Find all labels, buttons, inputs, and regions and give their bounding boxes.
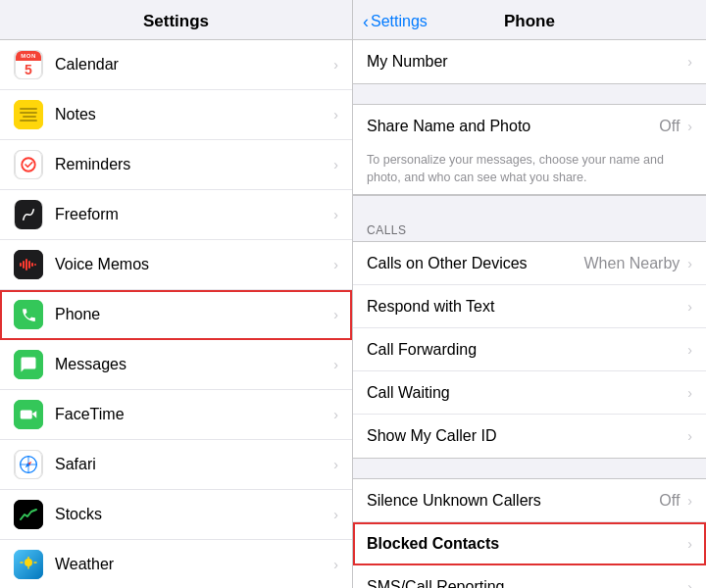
voicememos-icon [14,250,43,279]
sidebar-item-label: Phone [55,306,329,323]
svg-rect-7 [21,411,32,419]
facetime-icon [14,400,43,429]
sidebar-item-label: Reminders [55,156,329,173]
bottom-item-value: Off [659,492,680,510]
share-name-label: Share Name and Photo [367,118,659,135]
my-number-label: My Number [367,53,683,71]
sidebar-item-label: Weather [55,556,329,573]
sidebar-item-label: Messages [55,356,329,373]
chevron-right-icon: › [333,207,338,222]
calls-item-label: Calls on Other Devices [367,255,584,272]
right-panel-header: ‹ Settings Phone [353,0,706,40]
settings-list: MON 5 Calendar › Notes › Remind [0,40,352,588]
right-item-call-waiting[interactable]: Call Waiting › [353,371,706,415]
sidebar-item-calendar[interactable]: MON 5 Calendar › [0,40,352,90]
calls-item-label: Respond with Text [367,298,683,316]
bottom-item-label: SMS/Call Reporting [367,578,683,588]
right-item-blocked-contacts[interactable]: Blocked Contacts › [353,522,706,565]
calendar-icon: MON 5 [14,50,43,79]
left-panel-title: Settings [143,12,209,30]
chevron-right-icon: › [333,357,338,372]
chevron-right-icon: › [687,428,692,444]
svg-rect-4 [28,261,30,269]
right-item-call-forwarding[interactable]: Call Forwarding › [353,328,706,371]
chevron-right-icon: › [333,507,338,522]
app-container: Settings MON 5 Calendar › Notes › [0,0,706,588]
right-item-show-caller-id[interactable]: Show My Caller ID › [353,415,706,458]
sidebar-item-weather[interactable]: Weather › [0,540,352,588]
freeform-icon [14,200,43,229]
sidebar-item-label: Freeform [55,206,329,223]
chevron-right-icon: › [687,579,692,588]
notes-icon [14,100,43,129]
back-label: Settings [371,13,428,30]
right-item-share-name[interactable]: Share Name and Photo Off › [353,105,706,148]
sidebar-item-label: Voice Memos [55,256,329,273]
right-content: My Number › Share Name and Photo Off › T… [353,40,706,588]
sidebar-item-freeform[interactable]: Freeform › [0,190,352,240]
messages-icon [14,350,43,379]
calls-section-label: CALLS [353,216,706,241]
calls-item-label: Call Forwarding [367,341,683,359]
sidebar-item-label: Calendar [55,56,329,74]
right-panel-title: Phone [504,12,555,31]
stocks-icon [14,500,43,529]
reminders-icon [14,150,43,179]
chevron-right-icon: › [333,57,338,73]
bottom-item-label: Silence Unknown Callers [367,492,659,510]
chevron-right-icon: › [333,407,338,422]
right-item-silence-unknown[interactable]: Silence Unknown Callers Off › [353,479,706,522]
chevron-right-icon: › [687,119,692,134]
sidebar-item-reminders[interactable]: Reminders › [0,140,352,190]
svg-rect-3 [25,259,27,270]
back-button[interactable]: ‹ Settings [363,12,428,32]
right-item-calls-other-devices[interactable]: Calls on Other Devices When Nearby › [353,242,706,285]
sidebar-item-voice-memos[interactable]: Voice Memos › [0,240,352,290]
right-item-respond-with-text[interactable]: Respond with Text › [353,285,706,328]
chevron-right-icon: › [333,157,338,172]
sidebar-item-label: Safari [55,456,329,473]
chevron-right-icon: › [687,342,692,358]
chevron-right-icon: › [687,385,692,401]
bottom-item-label: Blocked Contacts [367,535,683,553]
svg-point-0 [22,158,35,172]
svg-rect-2 [23,261,25,269]
sidebar-item-label: Notes [55,106,329,123]
svg-rect-5 [31,263,33,267]
chevron-right-icon: › [333,257,338,272]
chevron-right-icon: › [687,54,692,70]
back-chevron-icon: ‹ [363,12,369,32]
share-name-value: Off [659,118,680,135]
left-panel: Settings MON 5 Calendar › Notes › [0,0,353,588]
sidebar-item-facetime[interactable]: FaceTime › [0,390,352,440]
sidebar-item-phone[interactable]: Phone › [0,290,352,340]
chevron-right-icon: › [687,536,692,552]
calls-item-label: Call Waiting [367,384,683,402]
chevron-right-icon: › [687,299,692,315]
svg-rect-1 [20,263,22,267]
sidebar-item-messages[interactable]: Messages › [0,340,352,390]
sidebar-item-safari[interactable]: Safari › [0,440,352,490]
chevron-right-icon: › [687,493,692,509]
sidebar-item-label: FaceTime [55,406,329,423]
right-item-my-number[interactable]: My Number › [353,40,706,83]
chevron-right-icon: › [687,256,692,271]
chevron-right-icon: › [333,307,338,322]
sidebar-item-notes[interactable]: Notes › [0,90,352,140]
chevron-right-icon: › [333,107,338,122]
share-name-description: To personalize your messages, choose you… [353,148,706,195]
safari-icon [14,450,43,479]
weather-icon [14,550,43,579]
calls-item-label: Show My Caller ID [367,427,683,445]
svg-rect-6 [34,264,36,266]
sidebar-item-label: Stocks [55,506,329,523]
right-item-sms-reporting[interactable]: SMS/Call Reporting › [353,565,706,588]
phone-icon [14,300,43,329]
sidebar-item-stocks[interactable]: Stocks › [0,490,352,540]
left-panel-header: Settings [0,0,352,40]
right-panel: ‹ Settings Phone My Number › Share Name … [353,0,706,588]
svg-marker-8 [32,411,37,418]
chevron-right-icon: › [333,557,338,572]
calls-item-value: When Nearby [584,255,681,272]
chevron-right-icon: › [333,457,338,472]
